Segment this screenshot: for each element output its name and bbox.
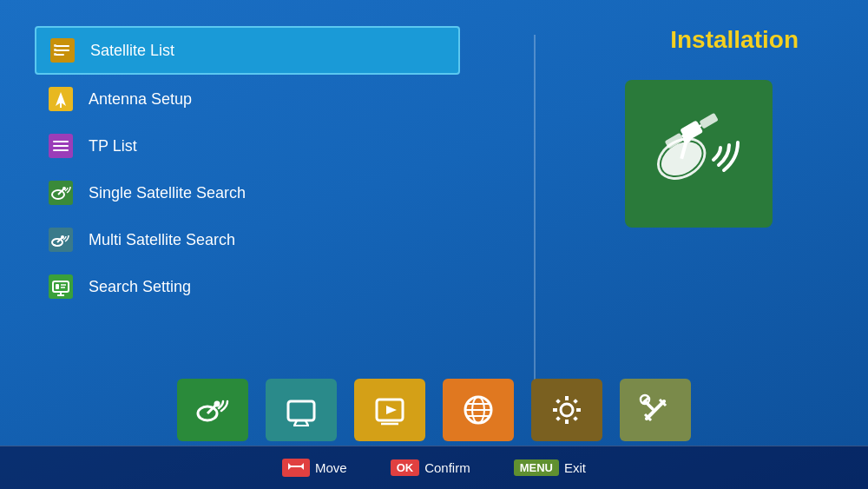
installation-title: Installation [670, 26, 799, 54]
menu-item-search-setting[interactable]: Search Setting [35, 264, 460, 309]
svg-rect-57 [576, 408, 581, 412]
svg-rect-13 [53, 149, 69, 151]
menu-item-antenna-setup[interactable]: Antenna Setup [35, 76, 460, 122]
svg-rect-54 [565, 396, 569, 400]
move-badge [282, 459, 310, 477]
menu-item-satellite-list[interactable]: Satellite List [35, 26, 460, 75]
menu-icon-multi-satellite-search [47, 226, 75, 254]
svg-rect-4 [54, 44, 56, 47]
svg-rect-11 [53, 141, 69, 142]
menu-badge: MENU [514, 459, 559, 476]
menu-label-antenna-setup: Antenna Setup [89, 90, 192, 109]
menu-label-single-satellite-search: Single Satellite Search [89, 184, 246, 202]
svg-rect-2 [56, 50, 69, 51]
satellite-nav-button[interactable] [177, 379, 248, 441]
menu-icon-satellite-list [49, 36, 76, 64]
svg-rect-55 [565, 420, 569, 424]
satellite-icon-box [625, 80, 773, 228]
svg-rect-56 [553, 408, 557, 412]
globe-nav-button[interactable] [443, 379, 514, 441]
svg-rect-59 [573, 399, 578, 404]
menu-icon-antenna-setup [47, 85, 75, 113]
right-panel: Installation [538, 26, 833, 437]
svg-rect-58 [556, 399, 561, 404]
status-bar: Move OK Confirm MENU Exit [0, 446, 868, 489]
svg-rect-25 [56, 284, 59, 289]
ok-badge: OK [391, 459, 420, 476]
svg-rect-3 [56, 54, 64, 56]
svg-rect-41 [288, 401, 314, 420]
menu-icon-search-setting [47, 273, 75, 301]
menu-icon-tp-list [47, 132, 75, 160]
svg-rect-12 [53, 145, 69, 147]
menu-status: MENU Exit [514, 459, 586, 476]
menu-icon-single-satellite-search [47, 179, 75, 207]
left-panel: Satellite List Antenna Setup TP List Sin… [35, 26, 538, 437]
svg-rect-5 [54, 49, 56, 51]
menu-item-multi-satellite-search[interactable]: Multi Satellite Search [35, 217, 460, 262]
svg-marker-46 [386, 406, 397, 414]
menu-label-search-setting: Search Setting [89, 278, 191, 296]
tools-nav-button[interactable] [620, 379, 691, 441]
svg-rect-60 [556, 416, 561, 421]
menu-label-multi-satellite-search: Multi Satellite Search [89, 231, 235, 249]
svg-point-53 [561, 404, 573, 416]
move-label: Move [315, 460, 347, 475]
svg-rect-6 [54, 53, 56, 56]
svg-rect-36 [699, 113, 718, 129]
svg-rect-70 [291, 466, 301, 467]
menu-label-satellite-list: Satellite List [90, 42, 174, 60]
ok-label: Confirm [424, 460, 470, 475]
menu-list: Satellite List Antenna Setup TP List Sin… [35, 26, 460, 309]
svg-point-21 [61, 235, 64, 239]
satellite-image [642, 97, 755, 210]
bottom-icons [177, 379, 691, 441]
ok-status: OK Confirm [391, 459, 470, 476]
tv-nav-button[interactable] [266, 379, 337, 441]
media-nav-button[interactable] [354, 379, 425, 441]
menu-item-tp-list[interactable]: TP List [35, 123, 460, 169]
menu-label-tp-list: TP List [89, 137, 137, 155]
settings-nav-button[interactable] [531, 379, 602, 441]
svg-rect-61 [573, 416, 578, 421]
menu-item-single-satellite-search[interactable]: Single Satellite Search [35, 170, 460, 215]
menu-label: Exit [564, 460, 586, 475]
svg-rect-1 [56, 45, 69, 47]
vertical-divider [534, 35, 536, 428]
svg-point-40 [214, 401, 220, 407]
move-status: Move [282, 459, 347, 477]
svg-point-17 [62, 187, 66, 190]
